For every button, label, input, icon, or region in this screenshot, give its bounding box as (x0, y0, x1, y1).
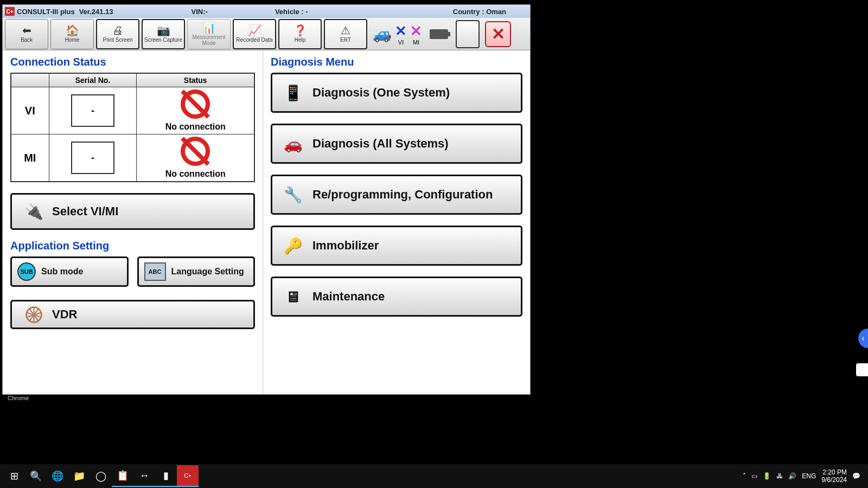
tray-chevron-icon[interactable]: ˄ (743, 472, 746, 480)
mi-status: ✕ MI (410, 23, 422, 46)
connector-icon: 🔌 (22, 200, 46, 223)
help-icon: ❓ (293, 25, 307, 36)
measurement-mode-button[interactable]: 📊 Measurement Mode (187, 19, 231, 49)
vi-serial-box[interactable]: - (71, 94, 114, 127)
tray-volume-icon[interactable]: 🔊 (788, 472, 796, 480)
sub-mode-button[interactable]: SUB Sub mode (10, 256, 129, 287)
table-row: VI - No connection (11, 87, 254, 134)
print-screen-button[interactable]: 🖨 Print Screen (96, 19, 139, 49)
gauge-icon: 📊 (202, 22, 216, 33)
arrow-left-icon: ⬅ (22, 25, 31, 36)
minimize-button[interactable] (456, 20, 480, 48)
home-button[interactable]: 🏠 Home (50, 19, 94, 49)
prohibited-icon (181, 89, 210, 119)
x-pink-icon: ✕ (410, 23, 422, 40)
vdr-button[interactable]: 🛞 VDR (10, 300, 255, 329)
status-icons: 🚙 ✕ VI ✕ MI ✕ (373, 20, 511, 48)
toolbar: ⬅ Back 🏠 Home 🖨 Print Screen 📷 Screen Ca… (3, 18, 530, 50)
key-icon: 🔑 (281, 234, 305, 258)
camera-icon: 📷 (157, 25, 170, 36)
app-window: C+ CONSULT-III plus Ver.241.13 VIN:- Veh… (2, 4, 531, 395)
car-diag-icon: 🚗 (281, 132, 305, 156)
battery-icon (430, 29, 448, 39)
todo-icon[interactable]: 📋 (112, 465, 133, 487)
table-row: MI - No connection (11, 134, 254, 182)
diagnosis-one-system-button[interactable]: 📱 Diagnosis (One System) (271, 73, 522, 113)
start-button[interactable]: ⊞ (3, 465, 25, 487)
mi-status-text: No connection (140, 169, 251, 179)
prohibited-icon (181, 137, 210, 166)
warning-icon: ⚠ (341, 25, 350, 36)
close-button[interactable]: ✕ (485, 21, 511, 47)
mi-serial-box[interactable]: - (71, 142, 114, 174)
edge-icon[interactable]: 🌐 (47, 465, 68, 487)
explorer-icon[interactable]: 📁 (68, 465, 90, 487)
vdr-icon: 🛞 (22, 303, 46, 326)
screen-capture-button[interactable]: 📷 Screen Capture (142, 19, 185, 49)
data-icon: 📈 (248, 25, 261, 36)
search-button[interactable]: 🔍 (25, 465, 47, 487)
help-button[interactable]: ❓ Help (278, 19, 322, 49)
home-icon: 🏠 (66, 25, 79, 36)
left-pane: Connection Status Serial No. Status VI - (3, 50, 263, 394)
printer-icon: 🖨 (112, 25, 123, 36)
tray-clock[interactable]: 2:20 PM 9/6/2024 (821, 468, 847, 484)
config-icon: 🔧 (281, 183, 305, 207)
tray-network-icon[interactable]: 🖧 (776, 472, 783, 480)
teamviewer-icon[interactable]: ↔ (133, 465, 155, 487)
reprogramming-button[interactable]: 🔧 Re/programming, Configuration (271, 175, 522, 215)
sub-icon: SUB (17, 262, 36, 281)
diagnosis-all-systems-button[interactable]: 🚗 Diagnosis (All Systems) (271, 124, 522, 164)
side-widget2-icon[interactable] (856, 363, 868, 376)
app-name: CONSULT-III plus (17, 8, 75, 16)
abc-icon: ABC (144, 262, 166, 281)
chrome-desktop-label: Chrome (8, 395, 29, 401)
connection-status-title: Connection Status (10, 56, 255, 68)
col-serial: Serial No. (49, 73, 137, 87)
phone-icon: 📱 (281, 81, 305, 105)
monitor-icon: 🖥 (281, 285, 305, 309)
chrome-icon[interactable]: ◯ (90, 465, 112, 487)
recorded-data-button[interactable]: 📈 Recorded Data (233, 19, 276, 49)
tray-onedrive-icon[interactable]: ▭ (751, 472, 757, 480)
vin-label: VIN:- (192, 8, 208, 16)
vi-status: ✕ VI (395, 23, 407, 46)
tray-notifications-icon[interactable]: 💬 (852, 472, 860, 480)
vehicle-label: Vehicle : - (275, 8, 308, 16)
back-button[interactable]: ⬅ Back (5, 19, 48, 49)
right-pane: Diagnosis Menu 📱 Diagnosis (One System) … (263, 50, 530, 394)
consult-taskbar-icon[interactable]: C+ (177, 465, 199, 487)
taskbar: ⊞ 🔍 🌐 📁 ◯ 📋 ↔ ▮ C+ ˄ ▭ 🔋 🖧 🔊 ENG 2:20 PM… (0, 464, 868, 488)
diagnosis-menu-title: Diagnosis Menu (271, 56, 522, 68)
app-logo-icon: C+ (5, 7, 15, 16)
title-bar: C+ CONSULT-III plus Ver.241.13 VIN:- Veh… (3, 5, 530, 18)
car-icon: 🚙 (373, 25, 392, 43)
ert-button[interactable]: ⚠ ERT (324, 19, 367, 49)
col-status: Status (137, 73, 254, 87)
select-vi-mi-button[interactable]: 🔌 Select VI/MI (10, 193, 255, 230)
maintenance-button[interactable]: 🖥 Maintenance (271, 277, 522, 317)
country-label: Country : Oman (453, 8, 506, 16)
x-blue-icon: ✕ (395, 23, 407, 40)
language-setting-button[interactable]: ABC Language Setting (137, 256, 256, 287)
vi-status-text: No connection (140, 122, 251, 132)
side-widget-icon[interactable]: ‹ (858, 329, 868, 348)
cmd-icon[interactable]: ▮ (155, 465, 177, 487)
tray-lang[interactable]: ENG (802, 472, 816, 480)
immobilizer-button[interactable]: 🔑 Immobilizer (271, 226, 522, 266)
app-version: Ver.241.13 (79, 8, 113, 16)
connection-table: Serial No. Status VI - No connection (10, 73, 255, 182)
app-setting-title: Application Setting (10, 240, 255, 252)
tray-battery-icon[interactable]: 🔋 (763, 472, 771, 480)
